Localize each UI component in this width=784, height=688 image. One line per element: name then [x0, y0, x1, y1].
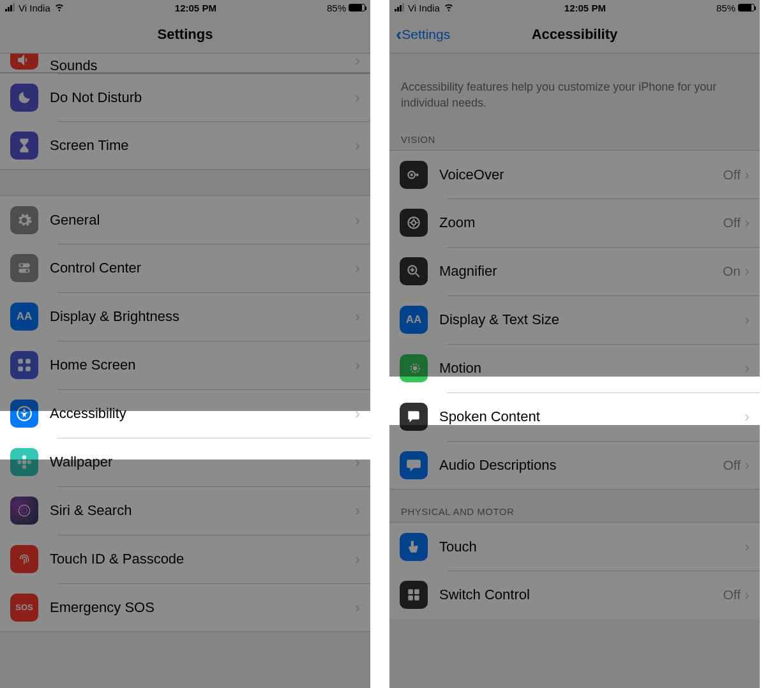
row-label: Touch: [439, 539, 744, 555]
row-label: Zoom: [439, 214, 723, 231]
gear-icon: [10, 206, 38, 234]
row-wallpaper[interactable]: Wallpaper ›: [0, 438, 370, 486]
row-home-screen[interactable]: Home Screen ›: [0, 341, 370, 389]
row-accessibility[interactable]: Accessibility ›: [0, 389, 370, 438]
row-label: Sounds: [50, 62, 355, 70]
row-value: Off: [723, 458, 741, 473]
row-sounds[interactable]: Sounds ›: [0, 54, 370, 73]
text-size-icon: AA: [10, 303, 38, 331]
svg-rect-25: [414, 590, 419, 595]
svg-point-20: [412, 221, 416, 225]
audio-desc-icon: [400, 451, 428, 479]
wifi-icon: [54, 2, 64, 14]
row-control-center[interactable]: Control Center ›: [0, 244, 370, 292]
chevron-left-icon: ‹: [396, 26, 402, 43]
row-zoom[interactable]: Zoom Off ›: [389, 198, 760, 247]
row-motion[interactable]: Motion ›: [389, 344, 760, 393]
svg-point-23: [414, 367, 416, 370]
row-label: Touch ID & Passcode: [50, 551, 355, 567]
chevron-icon: ›: [355, 502, 360, 520]
chevron-icon: ›: [355, 453, 360, 471]
row-display-brightness[interactable]: AA Display & Brightness ›: [0, 292, 370, 341]
chevron-icon: ›: [744, 262, 750, 280]
magnifier-icon: [400, 257, 428, 285]
fingerprint-icon: [10, 545, 38, 573]
battery-icon: [349, 4, 365, 11]
row-label: Accessibility: [50, 405, 355, 422]
row-touch[interactable]: Touch ›: [389, 522, 760, 571]
chevron-icon: ›: [355, 599, 360, 617]
signal-icon: [5, 4, 15, 11]
row-value: Off: [723, 215, 741, 230]
chevron-icon: ›: [355, 550, 360, 568]
row-label: Motion: [439, 360, 744, 377]
row-magnifier[interactable]: Magnifier On ›: [389, 247, 760, 295]
row-sos[interactable]: SOS Emergency SOS ›: [0, 583, 370, 632]
siri-icon: [10, 497, 38, 525]
svg-rect-26: [408, 595, 413, 601]
chevron-icon: ›: [355, 308, 360, 325]
chevron-icon: ›: [355, 405, 360, 423]
signal-icon: [395, 4, 404, 11]
touch-icon: [400, 533, 428, 561]
switch-control-icon: [400, 581, 428, 609]
chevron-icon: ›: [744, 359, 750, 377]
svg-point-2: [20, 264, 23, 267]
moon-icon: [10, 84, 38, 112]
row-label: Do Not Disturb: [50, 89, 355, 106]
svg-point-14: [27, 460, 31, 465]
svg-rect-6: [18, 366, 23, 371]
svg-rect-5: [26, 359, 31, 364]
text-size-icon: AA: [400, 306, 428, 334]
back-label: Settings: [402, 27, 450, 42]
row-label: Emergency SOS: [50, 599, 355, 616]
chevron-icon: ›: [744, 166, 750, 184]
row-touchid[interactable]: Touch ID & Passcode ›: [0, 535, 370, 583]
row-siri[interactable]: Siri & Search ›: [0, 486, 370, 535]
nav-bar: Settings: [0, 15, 370, 54]
chevron-icon: ›: [355, 54, 360, 70]
hourglass-icon: [10, 131, 38, 160]
back-button[interactable]: ‹ Settings: [396, 26, 450, 43]
chevron-icon: ›: [744, 538, 750, 556]
page-title: Accessibility: [532, 26, 618, 43]
row-label: Switch Control: [439, 587, 723, 603]
carrier-label: Vi India: [408, 3, 440, 13]
settings-screen: Vi India 12:05 PM 85% Settings Sounds › …: [0, 0, 370, 688]
row-general[interactable]: General ›: [0, 195, 370, 244]
section-header-physical: PHYSICAL AND MOTOR: [389, 490, 760, 522]
battery-percent: 85%: [327, 3, 346, 13]
chevron-icon: ›: [744, 311, 750, 329]
svg-point-15: [19, 505, 29, 516]
chevron-icon: ›: [355, 356, 360, 374]
chevron-icon: ›: [355, 89, 360, 107]
chevron-icon: ›: [355, 211, 360, 229]
status-time: 12:05 PM: [454, 3, 716, 13]
row-display-text-size[interactable]: AA Display & Text Size ›: [389, 295, 760, 344]
row-label: Screen Time: [50, 137, 355, 154]
chevron-icon: ›: [744, 214, 750, 232]
accessibility-icon: [10, 400, 38, 428]
app-grid-icon: [10, 351, 38, 379]
row-audio-descriptions[interactable]: Audio Descriptions Off ›: [389, 441, 760, 490]
wifi-icon: [444, 2, 454, 14]
nav-bar: ‹ Settings Accessibility: [389, 15, 760, 54]
row-label: Spoken Content: [439, 408, 744, 425]
row-label: Home Screen: [50, 357, 355, 373]
row-label: Wallpaper: [50, 454, 355, 470]
row-switch-control[interactable]: Switch Control Off ›: [389, 571, 760, 619]
section-description: Accessibility features help you customiz…: [389, 54, 760, 117]
row-dnd[interactable]: Do Not Disturb ›: [0, 73, 370, 121]
row-screentime[interactable]: Screen Time ›: [0, 121, 370, 170]
accessibility-screen: Vi India 12:05 PM 85% ‹ Settings Accessi…: [389, 0, 760, 688]
section-header-vision: VISION: [389, 117, 760, 150]
sos-icon: SOS: [10, 594, 38, 622]
chevron-icon: ›: [744, 408, 750, 426]
svg-point-16: [22, 508, 27, 514]
row-spoken-content[interactable]: Spoken Content ›: [389, 393, 760, 441]
status-time: 12:05 PM: [64, 3, 327, 13]
status-bar: Vi India 12:05 PM 85%: [389, 0, 760, 15]
svg-point-11: [22, 455, 27, 460]
svg-rect-24: [408, 590, 413, 595]
row-voiceover[interactable]: VoiceOver Off ›: [389, 150, 760, 198]
